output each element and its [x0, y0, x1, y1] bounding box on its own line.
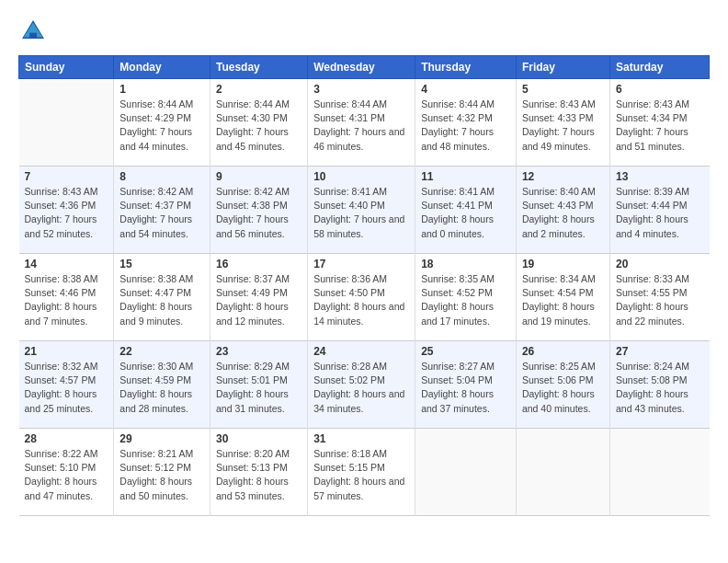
- sunset-text: Sunset: 5:12 PM: [119, 462, 191, 473]
- sunrise-text: Sunrise: 8:32 AM: [25, 361, 98, 372]
- day-number: 4: [421, 83, 510, 96]
- day-cell: [415, 429, 517, 516]
- header-sunday: Sunday: [19, 56, 114, 79]
- daylight-text: Daylight: 7 hours and 56 minutes.: [216, 213, 289, 238]
- week-row-2: 14 Sunrise: 8:38 AM Sunset: 4:46 PM Dayl…: [19, 254, 710, 341]
- day-info: Sunrise: 8:22 AM Sunset: 5:10 PM Dayligh…: [25, 447, 108, 503]
- sunrise-text: Sunrise: 8:38 AM: [25, 273, 98, 284]
- day-number: 1: [119, 83, 204, 96]
- day-info: Sunrise: 8:25 AM Sunset: 5:06 PM Dayligh…: [522, 360, 604, 416]
- sunset-text: Sunset: 4:29 PM: [119, 112, 191, 123]
- daylight-text: Daylight: 7 hours and 45 minutes.: [216, 126, 289, 151]
- sunrise-text: Sunrise: 8:35 AM: [421, 273, 495, 284]
- day-cell: 12 Sunrise: 8:40 AM Sunset: 4:43 PM Dayl…: [516, 167, 609, 254]
- day-info: Sunrise: 8:18 AM Sunset: 5:15 PM Dayligh…: [313, 447, 409, 503]
- day-cell: 17 Sunrise: 8:36 AM Sunset: 4:50 PM Dayl…: [308, 254, 415, 341]
- daylight-text: Daylight: 8 hours and 57 minutes.: [313, 476, 404, 500]
- sunset-text: Sunset: 4:31 PM: [313, 112, 385, 123]
- day-cell: 26 Sunrise: 8:25 AM Sunset: 5:06 PM Dayl…: [516, 341, 609, 429]
- day-info: Sunrise: 8:44 AM Sunset: 4:31 PM Dayligh…: [313, 98, 409, 154]
- sunrise-text: Sunrise: 8:21 AM: [119, 448, 193, 459]
- sunrise-text: Sunrise: 8:44 AM: [421, 98, 495, 109]
- day-number: 13: [616, 170, 704, 183]
- header-monday: Monday: [114, 56, 210, 79]
- day-number: 21: [25, 345, 108, 358]
- day-info: Sunrise: 8:34 AM Sunset: 4:54 PM Dayligh…: [522, 272, 604, 328]
- daylight-text: Daylight: 8 hours and 12 minutes.: [216, 301, 289, 326]
- day-number: 6: [616, 83, 704, 96]
- day-number: 15: [119, 258, 204, 270]
- header-thursday: Thursday: [415, 56, 517, 79]
- sunrise-text: Sunrise: 8:43 AM: [25, 186, 98, 197]
- day-number: 19: [522, 258, 604, 270]
- sunset-text: Sunset: 5:13 PM: [216, 462, 288, 473]
- week-row-3: 21 Sunrise: 8:32 AM Sunset: 4:57 PM Dayl…: [19, 341, 710, 429]
- day-cell: 19 Sunrise: 8:34 AM Sunset: 4:54 PM Dayl…: [516, 254, 609, 341]
- sunrise-text: Sunrise: 8:22 AM: [25, 448, 98, 459]
- day-info: Sunrise: 8:38 AM Sunset: 4:47 PM Dayligh…: [119, 272, 204, 328]
- sunset-text: Sunset: 4:41 PM: [421, 200, 493, 211]
- daylight-text: Daylight: 8 hours and 9 minutes.: [119, 301, 192, 326]
- day-cell: 23 Sunrise: 8:29 AM Sunset: 5:01 PM Dayl…: [210, 341, 308, 429]
- sunrise-text: Sunrise: 8:44 AM: [119, 98, 193, 109]
- day-number: 29: [119, 432, 204, 445]
- day-info: Sunrise: 8:24 AM Sunset: 5:08 PM Dayligh…: [616, 360, 704, 416]
- sunset-text: Sunset: 4:50 PM: [313, 287, 385, 298]
- daylight-text: Daylight: 8 hours and 53 minutes.: [216, 476, 289, 500]
- day-number: 28: [25, 432, 108, 445]
- day-cell: 28 Sunrise: 8:22 AM Sunset: 5:10 PM Dayl…: [19, 429, 114, 516]
- day-number: 5: [522, 83, 604, 96]
- sunset-text: Sunset: 4:32 PM: [421, 112, 493, 123]
- header-tuesday: Tuesday: [210, 56, 308, 79]
- svg-rect-2: [29, 33, 37, 39]
- day-info: Sunrise: 8:28 AM Sunset: 5:02 PM Dayligh…: [313, 360, 409, 416]
- day-info: Sunrise: 8:42 AM Sunset: 4:38 PM Dayligh…: [216, 185, 301, 241]
- day-cell: 7 Sunrise: 8:43 AM Sunset: 4:36 PM Dayli…: [19, 167, 114, 254]
- sunrise-text: Sunrise: 8:27 AM: [421, 361, 495, 372]
- day-number: 23: [216, 345, 301, 358]
- header: [18, 17, 710, 46]
- daylight-text: Daylight: 8 hours and 37 minutes.: [421, 388, 494, 413]
- sunrise-text: Sunrise: 8:25 AM: [522, 361, 596, 372]
- daylight-text: Daylight: 7 hours and 52 minutes.: [25, 213, 97, 238]
- header-wednesday: Wednesday: [308, 56, 415, 79]
- day-number: 9: [216, 170, 301, 183]
- sunset-text: Sunset: 4:30 PM: [216, 112, 288, 123]
- day-cell: 27 Sunrise: 8:24 AM Sunset: 5:08 PM Dayl…: [609, 341, 709, 429]
- daylight-text: Daylight: 8 hours and 34 minutes.: [313, 388, 404, 413]
- daylight-text: Daylight: 7 hours and 49 minutes.: [522, 126, 595, 151]
- day-number: 20: [616, 258, 704, 270]
- daylight-text: Daylight: 8 hours and 14 minutes.: [313, 301, 404, 326]
- logo-icon: [18, 17, 48, 46]
- day-info: Sunrise: 8:20 AM Sunset: 5:13 PM Dayligh…: [216, 447, 301, 503]
- sunset-text: Sunset: 5:04 PM: [421, 374, 493, 385]
- day-cell: 9 Sunrise: 8:42 AM Sunset: 4:38 PM Dayli…: [210, 167, 308, 254]
- sunrise-text: Sunrise: 8:43 AM: [616, 98, 689, 109]
- daylight-text: Daylight: 8 hours and 4 minutes.: [616, 213, 688, 238]
- sunset-text: Sunset: 4:33 PM: [522, 112, 594, 123]
- sunset-text: Sunset: 4:37 PM: [119, 200, 191, 211]
- day-cell: 24 Sunrise: 8:28 AM Sunset: 5:02 PM Dayl…: [308, 341, 415, 429]
- day-cell: 18 Sunrise: 8:35 AM Sunset: 4:52 PM Dayl…: [415, 254, 517, 341]
- daylight-text: Daylight: 8 hours and 7 minutes.: [25, 301, 97, 326]
- sunset-text: Sunset: 5:02 PM: [313, 374, 385, 385]
- day-cell: 15 Sunrise: 8:38 AM Sunset: 4:47 PM Dayl…: [114, 254, 210, 341]
- day-info: Sunrise: 8:38 AM Sunset: 4:46 PM Dayligh…: [25, 272, 108, 328]
- day-number: 11: [421, 170, 510, 183]
- sunrise-text: Sunrise: 8:40 AM: [522, 186, 596, 197]
- day-cell: [516, 429, 609, 516]
- day-number: 24: [313, 345, 409, 358]
- sunrise-text: Sunrise: 8:34 AM: [522, 273, 596, 284]
- day-number: 12: [522, 170, 604, 183]
- day-info: Sunrise: 8:43 AM Sunset: 4:36 PM Dayligh…: [25, 185, 108, 241]
- day-cell: 3 Sunrise: 8:44 AM Sunset: 4:31 PM Dayli…: [308, 79, 415, 167]
- day-cell: [609, 429, 709, 516]
- daylight-text: Daylight: 8 hours and 19 minutes.: [522, 301, 595, 326]
- day-cell: 21 Sunrise: 8:32 AM Sunset: 4:57 PM Dayl…: [19, 341, 114, 429]
- sunrise-text: Sunrise: 8:24 AM: [616, 361, 689, 372]
- day-cell: 2 Sunrise: 8:44 AM Sunset: 4:30 PM Dayli…: [210, 79, 308, 167]
- sunset-text: Sunset: 4:43 PM: [522, 200, 594, 211]
- sunset-text: Sunset: 4:54 PM: [522, 287, 594, 298]
- day-number: 17: [313, 258, 409, 270]
- calendar-header: Sunday Monday Tuesday Wednesday Thursday…: [19, 56, 710, 79]
